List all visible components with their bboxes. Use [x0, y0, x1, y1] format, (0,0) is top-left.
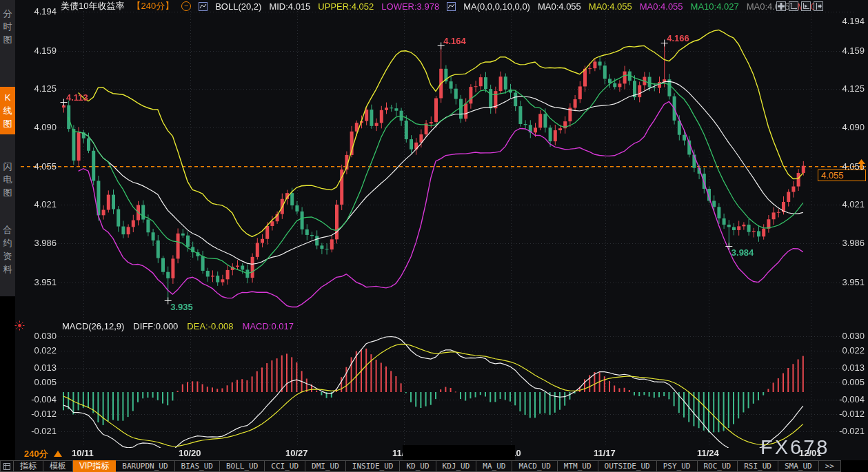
bottom-toolbar: 指标模板VIP指标BARUPDN_UDBIAS_UDBOLL_UDCCI_UDD… [0, 460, 868, 472]
price-axis-label-left: 4.194 [21, 6, 57, 17]
boll-label: BOLL(20,2) [215, 1, 261, 12]
ma-value-0: MA0:4.055 [538, 1, 581, 12]
ma-value-1: MA0:4.055 [589, 1, 632, 12]
axis-shift-icon[interactable] [814, 1, 823, 11]
tab-kdj-ud[interactable]: KDJ_UD [436, 460, 477, 472]
x-axis-date: 10/20 [179, 448, 201, 458]
tab-inside-ud[interactable]: INSIDE_UD [346, 460, 401, 472]
tab-bias-ud[interactable]: BIAS_UD [175, 460, 220, 472]
tab-ma-ud[interactable]: MA_UD [476, 460, 512, 472]
price-axis-label-left: 4.055 [21, 161, 57, 172]
left-sidebar: 分时图K线图闪电图合约资料 [0, 0, 15, 296]
ma-indicator-icon[interactable] [447, 2, 456, 11]
toolbar-grid-icon[interactable] [0, 460, 14, 472]
macd-axis-label-right: -0.021 [819, 426, 865, 436]
price-marker-icon [857, 159, 866, 172]
macd-axis-label-right: 0.005 [819, 377, 865, 387]
boll-mid-value: MID:4.015 [269, 1, 310, 12]
boll-upper-value: UPPER:4.052 [318, 1, 374, 12]
sidebar-item-闪电图[interactable]: 闪电图 [0, 156, 15, 203]
macd-axis-label-left: -0.012 [21, 409, 57, 419]
price-annotation: 4.164 [443, 36, 466, 46]
price-axis-label-right: 4.159 [819, 45, 865, 56]
macd-axis-label-left: 0.005 [21, 377, 57, 387]
macd-axis-label-left: 0.022 [21, 345, 57, 356]
chart-header: 美债10年收益率 【240分】 − BOLL(20,2) MID:4.015 U… [61, 1, 818, 12]
macd-header: MACD(26,12,9) DIFF:0.000 DEA:-0.008 MACD… [62, 321, 294, 331]
timeframe-footer-label[interactable]: 240分 [24, 448, 62, 460]
x-axis-date: 11/17 [594, 448, 616, 458]
price-axis-label-left: 4.125 [21, 83, 57, 94]
price-axis-label-right: 4.194 [819, 16, 865, 26]
axis-play-icon[interactable] [801, 1, 811, 11]
macd-axis-label-right: 0.013 [819, 362, 865, 373]
boll-indicator-icon[interactable] [199, 2, 208, 11]
tab-outside-ud[interactable]: OUTSIDE_UD [598, 460, 657, 472]
sidebar-item-label: 合约资料 [3, 223, 12, 276]
macd-axis-label-right: 0.030 [819, 331, 865, 341]
tab-cci-ud[interactable]: CCI_UD [265, 460, 305, 472]
tab-macd-ud[interactable]: MACD_UD [512, 460, 557, 472]
chart-tool-buttons [776, 1, 823, 11]
price-annotation: 4.113 [66, 92, 88, 103]
price-axis-label-right: 4.125 [819, 83, 865, 94]
price-axis-label-right: 4.090 [819, 122, 865, 132]
macd-axis-label-right: -0.012 [819, 409, 865, 419]
price-axis-label-right: 3.986 [819, 238, 865, 248]
price-axis-label-right: 4.021 [819, 199, 865, 209]
sidebar-item-合约资料[interactable]: 合约资料 [0, 219, 15, 280]
boll-lower-value: LOWER:3.978 [381, 1, 439, 12]
tab-指标[interactable]: 指标 [14, 460, 43, 472]
ma-value-3: MA10:4.027 [691, 1, 739, 12]
redaction-box [403, 445, 515, 460]
macd-axis-label-left: -0.021 [21, 426, 57, 436]
move-icon[interactable] [776, 1, 786, 11]
macd-axis-label-left: 0.030 [21, 331, 57, 341]
price-axis-label-right: 3.951 [819, 277, 865, 287]
price-annotation: 3.984 [731, 247, 754, 258]
price-axis-label-left: 4.090 [21, 122, 57, 132]
sidebar-item-分时图[interactable]: 分时图 [0, 3, 15, 50]
sidebar-item-K线图[interactable]: K线图 [0, 87, 15, 134]
price-axis-label-left: 3.951 [21, 277, 57, 287]
collapse-icon[interactable]: − [181, 1, 191, 11]
x-axis-date: 11/24 [697, 448, 719, 458]
ma-label: MA(0,0,0,10,0,0) [463, 1, 530, 12]
tab-mtm-ud[interactable]: MTM_UD [558, 460, 598, 472]
macd-diff-value: DIFF:0.000 [133, 321, 178, 331]
price-axis-label-left: 4.159 [21, 45, 57, 56]
sidebar-item-label: 闪电图 [3, 160, 12, 199]
x-axis-date: 10/11 [72, 448, 94, 458]
tab-rsi-ud[interactable]: RSI_UD [738, 460, 778, 472]
timeframe-badge[interactable]: 【240分】 [132, 0, 174, 12]
tab-roc-ud[interactable]: ROC_UD [698, 460, 738, 472]
price-annotation: 4.166 [667, 33, 689, 43]
tab-模板[interactable]: 模板 [43, 460, 73, 472]
price-annotation: 3.935 [170, 302, 193, 312]
x-axis-date: 10/27 [285, 448, 308, 458]
indicator-settings-icon[interactable] [14, 320, 25, 334]
instrument-title: 美债10年收益率 [61, 0, 124, 12]
sidebar-item-label: K线图 [3, 91, 12, 130]
macd-macd-value: MACD:0.017 [243, 321, 294, 331]
candlestick-chart-canvas[interactable] [0, 0, 868, 472]
price-axis-label-left: 3.986 [21, 238, 57, 248]
tab-vip指标[interactable]: VIP指标 [73, 460, 116, 472]
tab-more[interactable]: >> [819, 460, 841, 472]
macd-axis-label-left: -0.004 [21, 394, 57, 404]
tab-boll-ud[interactable]: BOLL_UD [220, 460, 265, 472]
timeframe-up-arrow-icon [54, 451, 62, 457]
tab-dmi-ud[interactable]: DMI_UD [305, 460, 346, 472]
macd-axis-label-right: -0.004 [819, 394, 865, 404]
macd-dea-value: DEA:-0.008 [187, 321, 233, 331]
tab-kd-ud[interactable]: KD_UD [400, 460, 436, 472]
price-axis-label-left: 4.021 [21, 199, 57, 209]
tab-barupdn-ud[interactable]: BARUPDN_UD [116, 460, 174, 472]
macd-axis-label-left: 0.013 [21, 362, 57, 373]
watermark: FX678 [760, 436, 829, 459]
macd-axis-label-right: 0.022 [819, 345, 865, 356]
tab-psy-ud[interactable]: PSY_UD [657, 460, 698, 472]
macd-label: MACD(26,12,9) [62, 321, 124, 331]
axis-scale-icon[interactable] [789, 1, 798, 11]
tab-sma-ud[interactable]: SMA_UD [778, 460, 819, 472]
